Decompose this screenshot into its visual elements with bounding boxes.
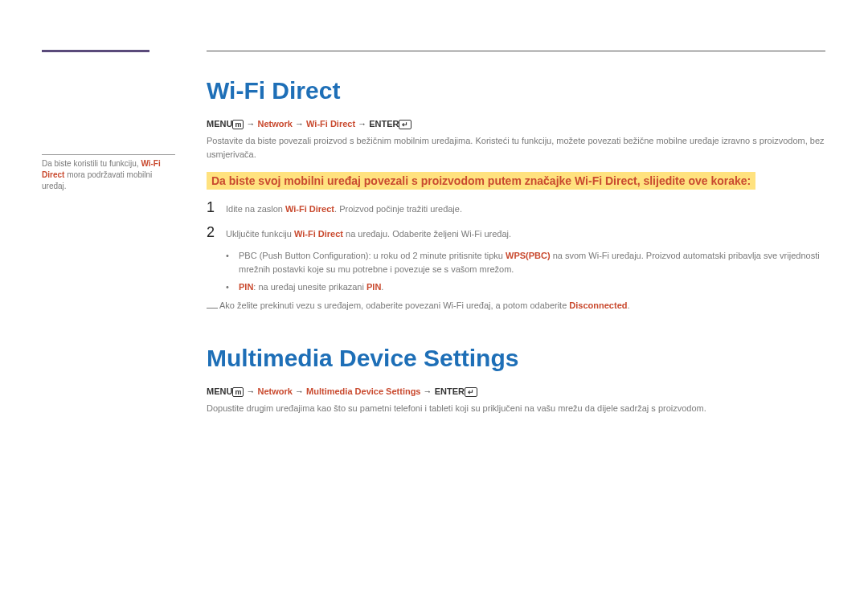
- menu-icon: m: [232, 120, 244, 129]
- step-2-text: Uključite funkciju Wi-Fi Direct na uređa…: [226, 224, 511, 241]
- sidebar-text-pre: Da biste koristili tu funkciju,: [42, 159, 141, 168]
- bullet-dot-icon: •: [226, 280, 239, 294]
- menu-label: MENU: [207, 119, 232, 129]
- arrow1: →: [244, 119, 257, 129]
- menu-icon: m: [232, 387, 244, 397]
- step-2-number: 2: [207, 224, 226, 241]
- enter-icon: ↵: [399, 120, 411, 129]
- arrow22: →: [293, 386, 306, 396]
- bullet-list: • PBC (Push Button Configuration): u rok…: [226, 249, 825, 294]
- note-dash-icon: ―: [207, 299, 219, 316]
- step1-pre: Idite na zaslon: [226, 204, 285, 214]
- sidebar-divider: [42, 154, 175, 155]
- bullet-2: • PIN: na uređaj unesite prikazani PIN.: [226, 280, 825, 294]
- arrow3: →: [355, 119, 369, 129]
- note-bold: Disconnected: [569, 300, 627, 310]
- step2-pre: Uključite funkciju: [226, 229, 294, 239]
- step2-bold: Wi-Fi Direct: [294, 229, 343, 239]
- menu-network: Network: [258, 119, 293, 129]
- menu-network2: Network: [258, 386, 293, 396]
- b2-bold2: PIN: [366, 282, 381, 292]
- menu-wifi-direct: Wi-Fi Direct: [306, 119, 355, 129]
- step-1-number: 1: [207, 199, 226, 216]
- arrow2: →: [293, 119, 306, 129]
- highlight-heading: Da biste svoj mobilni uređaj povezali s …: [207, 172, 755, 190]
- header-accent-bar: [42, 50, 149, 52]
- bullet-2-text: PIN: na uređaj unesite prikazani PIN.: [239, 280, 383, 294]
- section-title-wifi-direct: Wi-Fi Direct: [207, 77, 825, 104]
- section-title-multimedia: Multimedia Device Settings: [207, 345, 825, 372]
- b1-bold: WPS(PBC): [506, 251, 551, 260]
- note-text: Ako želite prekinuti vezu s uređajem, od…: [219, 299, 630, 313]
- step-1: 1 Idite na zaslon Wi-Fi Direct. Proizvod…: [207, 199, 825, 216]
- b1-pre: PBC (Push Button Configuration): u roku …: [239, 251, 506, 260]
- sidebar-note: Da biste koristili tu funkciju, Wi-Fi Di…: [42, 154, 175, 192]
- b2-bold1: PIN: [239, 282, 253, 292]
- enter-label: ENTER: [369, 119, 399, 129]
- intro-paragraph: Postavite da biste povezali proizvod s b…: [207, 134, 825, 161]
- enter-icon: ↵: [465, 387, 477, 397]
- bullet-dot-icon: •: [226, 249, 239, 263]
- header-divider: [207, 51, 825, 51]
- step-1-text: Idite na zaslon Wi-Fi Direct. Proizvod p…: [226, 199, 462, 216]
- step2-post: na uređaju. Odaberite željeni Wi-Fi uređ…: [343, 229, 511, 239]
- b2-end: .: [381, 282, 383, 292]
- note-line: ― Ako želite prekinuti vezu s uređajem, …: [207, 299, 825, 316]
- menu-label2: MENU: [207, 386, 232, 396]
- step-2: 2 Uključite funkciju Wi-Fi Direct na ure…: [207, 224, 825, 241]
- main-content: Wi-Fi Direct MENUm → Network → Wi-Fi Dir…: [207, 77, 825, 426]
- section-multimedia: Multimedia Device Settings MENUm → Netwo…: [207, 345, 825, 415]
- note-pre: Ako želite prekinuti vezu s uređajem, od…: [219, 300, 569, 310]
- b2-mid: : na uređaj unesite prikazani: [253, 282, 366, 292]
- enter-label2: ENTER: [435, 386, 465, 396]
- bullet-1-text: PBC (Push Button Configuration): u roku …: [239, 249, 825, 276]
- bullet-1: • PBC (Push Button Configuration): u rok…: [226, 249, 825, 276]
- arrow23: →: [421, 386, 435, 396]
- multimedia-body: Dopustite drugim uređajima kao što su pa…: [207, 402, 825, 415]
- note-end: .: [627, 300, 629, 310]
- step1-post: . Proizvod počinje tražiti uređaje.: [334, 204, 462, 214]
- menu-mds: Multimedia Device Settings: [306, 386, 420, 396]
- menu-path-wifi: MENUm → Network → Wi-Fi Direct → ENTER↵: [207, 119, 825, 129]
- step1-bold: Wi-Fi Direct: [285, 204, 334, 214]
- menu-path-multimedia: MENUm → Network → Multimedia Device Sett…: [207, 386, 825, 397]
- arrow21: →: [244, 386, 257, 396]
